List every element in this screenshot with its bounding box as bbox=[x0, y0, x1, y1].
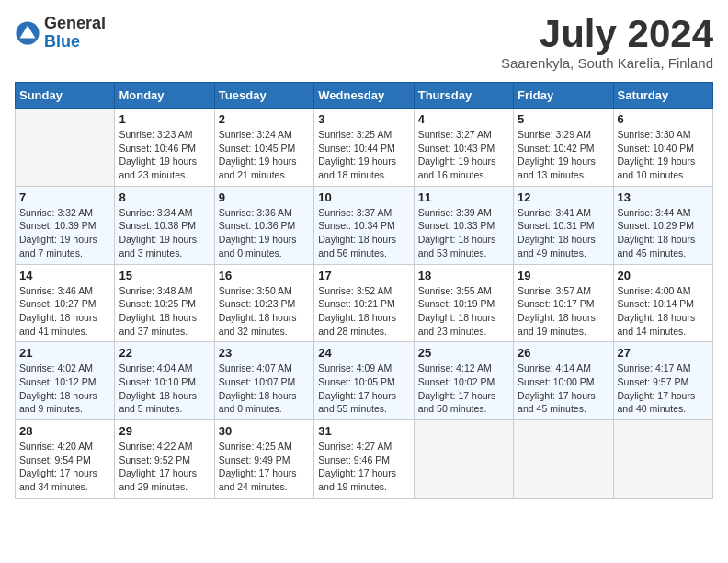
day-number: 30 bbox=[219, 424, 310, 438]
calendar-cell: 8Sunrise: 3:34 AM Sunset: 10:38 PM Dayli… bbox=[115, 186, 214, 264]
day-detail: Sunrise: 3:46 AM Sunset: 10:27 PM Daylig… bbox=[19, 284, 110, 339]
day-detail: Sunrise: 4:22 AM Sunset: 9:52 PM Dayligh… bbox=[119, 440, 210, 494]
day-number: 7 bbox=[19, 190, 110, 204]
day-number: 13 bbox=[618, 190, 709, 204]
day-number: 15 bbox=[119, 269, 210, 282]
day-number: 23 bbox=[219, 346, 310, 360]
day-number: 22 bbox=[119, 346, 210, 360]
calendar-cell: 22Sunrise: 4:04 AM Sunset: 10:10 PM Dayl… bbox=[115, 342, 214, 420]
calendar-table: SundayMondayTuesdayWednesdayThursdayFrid… bbox=[15, 82, 713, 499]
calendar-cell: 21Sunrise: 4:02 AM Sunset: 10:12 PM Dayl… bbox=[16, 342, 115, 420]
calendar-cell: 16Sunrise: 3:50 AM Sunset: 10:23 PM Dayl… bbox=[214, 264, 313, 342]
day-detail: Sunrise: 4:02 AM Sunset: 10:12 PM Daylig… bbox=[19, 362, 110, 416]
day-number: 24 bbox=[318, 346, 409, 360]
day-detail: Sunrise: 4:20 AM Sunset: 9:54 PM Dayligh… bbox=[19, 440, 110, 494]
calendar-week-5: 28Sunrise: 4:20 AM Sunset: 9:54 PM Dayli… bbox=[16, 420, 713, 499]
calendar-week-4: 21Sunrise: 4:02 AM Sunset: 10:12 PM Dayl… bbox=[16, 342, 713, 420]
day-number: 5 bbox=[518, 112, 609, 126]
day-number: 4 bbox=[418, 112, 509, 126]
day-detail: Sunrise: 3:48 AM Sunset: 10:25 PM Daylig… bbox=[119, 284, 210, 339]
day-number: 29 bbox=[119, 424, 210, 438]
header-day-friday: Friday bbox=[514, 83, 613, 109]
header-day-thursday: Thursday bbox=[414, 83, 513, 109]
day-number: 12 bbox=[518, 190, 609, 204]
day-number: 21 bbox=[19, 346, 110, 360]
calendar-cell: 15Sunrise: 3:48 AM Sunset: 10:25 PM Dayl… bbox=[115, 264, 214, 342]
day-detail: Sunrise: 3:55 AM Sunset: 10:19 PM Daylig… bbox=[418, 284, 509, 339]
header-day-sunday: Sunday bbox=[16, 83, 115, 109]
header-day-wednesday: Wednesday bbox=[314, 83, 414, 109]
day-detail: Sunrise: 3:34 AM Sunset: 10:38 PM Daylig… bbox=[119, 206, 210, 260]
calendar-cell: 23Sunrise: 4:07 AM Sunset: 10:07 PM Dayl… bbox=[214, 342, 313, 420]
calendar-cell bbox=[613, 420, 712, 499]
day-number: 8 bbox=[119, 190, 210, 204]
day-number: 11 bbox=[418, 190, 509, 204]
calendar-cell: 14Sunrise: 3:46 AM Sunset: 10:27 PM Dayl… bbox=[16, 264, 115, 342]
day-detail: Sunrise: 3:24 AM Sunset: 10:45 PM Daylig… bbox=[219, 128, 310, 182]
calendar-cell: 7Sunrise: 3:32 AM Sunset: 10:39 PM Dayli… bbox=[16, 186, 115, 264]
day-number: 25 bbox=[418, 346, 509, 360]
logo-blue: Blue bbox=[44, 33, 106, 52]
day-number: 10 bbox=[318, 190, 409, 204]
header-day-saturday: Saturday bbox=[613, 83, 712, 109]
day-detail: Sunrise: 4:00 AM Sunset: 10:14 PM Daylig… bbox=[618, 284, 709, 339]
calendar-cell bbox=[414, 420, 513, 499]
day-number: 16 bbox=[219, 269, 310, 282]
day-detail: Sunrise: 3:52 AM Sunset: 10:21 PM Daylig… bbox=[318, 284, 409, 339]
title-block: July 2024 Saarenkyla, South Karelia, Fin… bbox=[501, 15, 713, 71]
calendar-cell: 24Sunrise: 4:09 AM Sunset: 10:05 PM Dayl… bbox=[314, 342, 414, 420]
logo: General Blue bbox=[15, 15, 106, 52]
calendar-cell: 27Sunrise: 4:17 AM Sunset: 9:57 PM Dayli… bbox=[613, 342, 712, 420]
day-detail: Sunrise: 3:30 AM Sunset: 10:40 PM Daylig… bbox=[618, 128, 709, 182]
day-detail: Sunrise: 4:12 AM Sunset: 10:02 PM Daylig… bbox=[418, 362, 509, 416]
day-detail: Sunrise: 3:32 AM Sunset: 10:39 PM Daylig… bbox=[19, 206, 110, 260]
calendar-cell bbox=[16, 109, 115, 187]
day-detail: Sunrise: 3:39 AM Sunset: 10:33 PM Daylig… bbox=[418, 206, 509, 260]
calendar-week-1: 1Sunrise: 3:23 AM Sunset: 10:46 PM Dayli… bbox=[16, 109, 713, 187]
calendar-cell: 26Sunrise: 4:14 AM Sunset: 10:00 PM Dayl… bbox=[514, 342, 613, 420]
day-detail: Sunrise: 4:27 AM Sunset: 9:46 PM Dayligh… bbox=[318, 440, 409, 494]
calendar-cell: 13Sunrise: 3:44 AM Sunset: 10:29 PM Dayl… bbox=[613, 186, 712, 264]
day-detail: Sunrise: 4:14 AM Sunset: 10:00 PM Daylig… bbox=[518, 362, 609, 416]
calendar-cell: 30Sunrise: 4:25 AM Sunset: 9:49 PM Dayli… bbox=[214, 420, 313, 499]
calendar-week-3: 14Sunrise: 3:46 AM Sunset: 10:27 PM Dayl… bbox=[16, 264, 713, 342]
day-number: 20 bbox=[618, 269, 709, 282]
day-detail: Sunrise: 4:07 AM Sunset: 10:07 PM Daylig… bbox=[219, 362, 310, 416]
month-title: July 2024 bbox=[501, 15, 713, 53]
day-number: 27 bbox=[618, 346, 709, 360]
day-detail: Sunrise: 3:57 AM Sunset: 10:17 PM Daylig… bbox=[518, 284, 609, 339]
calendar-cell: 12Sunrise: 3:41 AM Sunset: 10:31 PM Dayl… bbox=[514, 186, 613, 264]
day-number: 26 bbox=[518, 346, 609, 360]
day-number: 31 bbox=[318, 424, 409, 438]
day-number: 19 bbox=[518, 269, 609, 282]
day-number: 14 bbox=[19, 269, 110, 282]
calendar-cell: 18Sunrise: 3:55 AM Sunset: 10:19 PM Dayl… bbox=[414, 264, 513, 342]
calendar-cell: 6Sunrise: 3:30 AM Sunset: 10:40 PM Dayli… bbox=[613, 109, 712, 187]
calendar-cell: 2Sunrise: 3:24 AM Sunset: 10:45 PM Dayli… bbox=[214, 109, 313, 187]
calendar-cell: 20Sunrise: 4:00 AM Sunset: 10:14 PM Dayl… bbox=[613, 264, 712, 342]
day-detail: Sunrise: 4:04 AM Sunset: 10:10 PM Daylig… bbox=[119, 362, 210, 416]
calendar-cell: 9Sunrise: 3:36 AM Sunset: 10:36 PM Dayli… bbox=[214, 186, 313, 264]
header-day-tuesday: Tuesday bbox=[214, 83, 313, 109]
calendar-cell: 4Sunrise: 3:27 AM Sunset: 10:43 PM Dayli… bbox=[414, 109, 513, 187]
calendar-header: SundayMondayTuesdayWednesdayThursdayFrid… bbox=[16, 83, 713, 109]
day-detail: Sunrise: 3:25 AM Sunset: 10:44 PM Daylig… bbox=[318, 128, 409, 182]
header-row: SundayMondayTuesdayWednesdayThursdayFrid… bbox=[16, 83, 713, 109]
day-number: 1 bbox=[119, 112, 210, 126]
page-header: General Blue July 2024 Saarenkyla, South… bbox=[15, 15, 713, 71]
calendar-cell bbox=[514, 420, 613, 499]
day-detail: Sunrise: 3:44 AM Sunset: 10:29 PM Daylig… bbox=[618, 206, 709, 260]
day-number: 6 bbox=[618, 112, 709, 126]
calendar-cell: 29Sunrise: 4:22 AM Sunset: 9:52 PM Dayli… bbox=[115, 420, 214, 499]
day-detail: Sunrise: 3:41 AM Sunset: 10:31 PM Daylig… bbox=[518, 206, 609, 260]
calendar-cell: 19Sunrise: 3:57 AM Sunset: 10:17 PM Dayl… bbox=[514, 264, 613, 342]
calendar-cell: 10Sunrise: 3:37 AM Sunset: 10:34 PM Dayl… bbox=[314, 186, 414, 264]
location-subtitle: Saarenkyla, South Karelia, Finland bbox=[501, 55, 713, 71]
day-number: 17 bbox=[318, 269, 409, 282]
logo-text: General Blue bbox=[44, 15, 106, 52]
calendar-cell: 5Sunrise: 3:29 AM Sunset: 10:42 PM Dayli… bbox=[514, 109, 613, 187]
calendar-cell: 3Sunrise: 3:25 AM Sunset: 10:44 PM Dayli… bbox=[314, 109, 414, 187]
calendar-cell: 17Sunrise: 3:52 AM Sunset: 10:21 PM Dayl… bbox=[314, 264, 414, 342]
calendar-body: 1Sunrise: 3:23 AM Sunset: 10:46 PM Dayli… bbox=[16, 109, 713, 499]
calendar-cell: 25Sunrise: 4:12 AM Sunset: 10:02 PM Dayl… bbox=[414, 342, 513, 420]
